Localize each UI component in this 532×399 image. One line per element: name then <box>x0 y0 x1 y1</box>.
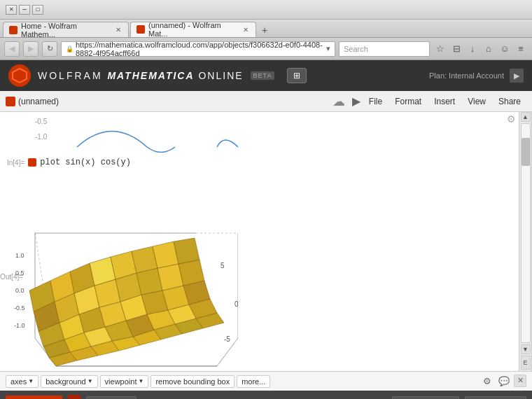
notebook-toolbar: (unnamed) ☁ ▶ File Format Insert View Sh… <box>0 91 532 112</box>
menu-icon[interactable]: ≡ <box>514 42 528 56</box>
background-button[interactable]: background ▼ <box>41 375 97 388</box>
viewpoint-button[interactable]: viewpoint ▼ <box>100 375 149 388</box>
notebook-menu: File Format Insert View Share <box>363 95 526 108</box>
menu-view[interactable]: View <box>462 95 491 108</box>
feedback-button[interactable]: 💬 Feedback <box>465 396 526 400</box>
grid-view-button[interactable]: ⊞ <box>287 68 307 83</box>
wolfram-logo <box>8 64 31 87</box>
svg-text:0: 0 <box>234 300 238 308</box>
settings-icon[interactable]: ⚙ <box>507 113 516 125</box>
home-icon[interactable]: ⌂ <box>482 42 496 56</box>
evaluate-dropdown-button[interactable]: ▼ <box>68 395 80 399</box>
tab-label-unnamed: (unnamed) - Wolfram Mat... <box>148 21 239 38</box>
more-button[interactable]: more... <box>237 375 270 388</box>
svg-text:0.5: 0.5 <box>15 270 24 276</box>
tab-close-home[interactable]: ✕ <box>114 26 122 34</box>
refresh-button[interactable]: ↻ <box>42 41 57 57</box>
forward-button[interactable]: ▶ <box>23 41 38 57</box>
search-placeholder: Search <box>344 45 368 53</box>
grid-icon: ⊞ <box>293 71 300 80</box>
tab-close-unnamed[interactable]: ✕ <box>242 25 250 34</box>
browser-titlebar: ✕ ─ □ <box>0 0 532 20</box>
app-title-suffix: ONLINE <box>195 70 244 81</box>
evaluate-button[interactable]: ▶ Evaluate <box>6 396 62 399</box>
refresh-icon: ↻ <box>47 44 53 53</box>
notebook-scrollbar: ▲ ▼ E <box>519 112 531 371</box>
scrollbar-thumb[interactable] <box>522 138 530 166</box>
svg-text:1.0: 1.0 <box>15 252 24 259</box>
star-icon[interactable]: ☆ <box>433 42 447 56</box>
app-footer: ▶ Evaluate ▼ ▣ Console 💬 Community 💬 Fee… <box>0 391 532 399</box>
community-button[interactable]: 💬 Community <box>392 396 459 400</box>
scrollbar-track[interactable] <box>521 123 531 343</box>
cell-in-label: In[4]= <box>7 159 24 167</box>
tab-favicon-unnamed <box>136 25 145 34</box>
beta-badge: BETA <box>251 71 275 80</box>
notebook-content: -0.5 -1.0 In[4]= plot sin(x) cos(y) Out[… <box>0 112 532 371</box>
more-label: more... <box>241 377 265 386</box>
plot-gear-icon[interactable]: ⚙ <box>480 374 494 388</box>
axes-arrow: ▼ <box>28 378 34 384</box>
browser-toolbar-right: ☆ ⊟ ↓ ⌂ ☺ ≡ <box>433 42 528 56</box>
svg-text:0.0: 0.0 <box>15 287 24 294</box>
run-icon[interactable]: ▶ <box>352 94 360 108</box>
window-minimize-btn[interactable]: ─ <box>19 5 30 15</box>
cloud-save-icon[interactable]: ☁ <box>332 94 345 109</box>
url-text: https://mathematica.wolframcloud.com/app… <box>76 41 323 57</box>
menu-insert[interactable]: Insert <box>428 95 461 108</box>
svg-text:-5: -5 <box>224 335 230 343</box>
svg-text:5: 5 <box>220 262 225 270</box>
background-label: background <box>46 377 86 386</box>
window-close-btn[interactable]: ✕ <box>6 5 17 15</box>
plot-toolbar-right: ⚙ 💬 ✕ <box>480 374 526 388</box>
notebook-main: -0.5 -1.0 In[4]= plot sin(x) cos(y) Out[… <box>0 112 532 391</box>
app-header: WOLFRAM MATHEMATICA ONLINE BETA ⊞ Plan: … <box>0 60 532 91</box>
scroll-up-btn[interactable]: ▲ <box>521 112 531 122</box>
collapse-button[interactable]: ▶ <box>510 69 524 83</box>
plot-toolbar: axes ▼ background ▼ viewpoint ▼ remove b… <box>0 371 532 391</box>
menu-format[interactable]: Format <box>389 95 427 108</box>
axes-button[interactable]: axes ▼ <box>6 375 38 388</box>
back-button[interactable]: ◀ <box>4 41 20 57</box>
cell-code[interactable]: plot sin(x) cos(y) <box>40 158 131 167</box>
plot3d-svg: -5 0 5 -5 0 5 1.0 0.5 0.0 -0.5 -1.0 <box>14 174 238 371</box>
bookmark-icon[interactable]: ⊟ <box>449 42 463 56</box>
remove-bounding-box-label: remove bounding box <box>155 377 230 386</box>
cell-input: In[4]= plot sin(x) cos(y) <box>7 158 131 167</box>
wolfram-logo-svg <box>11 67 28 84</box>
menu-share[interactable]: Share <box>493 95 526 108</box>
plot-toolbar-close[interactable]: ✕ <box>514 374 526 387</box>
scroll-down-btn[interactable]: ▼ <box>521 344 531 354</box>
remove-bounding-box-button[interactable]: remove bounding box <box>150 375 234 388</box>
app-header-right: Plan: Internal Account ▶ <box>429 69 524 83</box>
tab-favicon-home <box>9 26 18 34</box>
cell-bracket <box>28 158 36 167</box>
svg-text:-0.5: -0.5 <box>14 304 25 312</box>
window-controls: ✕ ─ □ <box>6 5 43 15</box>
tab-home[interactable]: Home - Wolfram Mathem... ✕ <box>3 22 129 37</box>
svg-text:-5: -5 <box>55 370 61 371</box>
window-maximize-btn[interactable]: □ <box>32 5 43 15</box>
search-bar[interactable]: Search <box>339 41 430 57</box>
background-arrow: ▼ <box>88 378 93 384</box>
url-bar[interactable]: 🔒 https://mathematica.wolframcloud.com/a… <box>61 41 335 57</box>
tab-unnamed[interactable]: (unnamed) - Wolfram Mat... ✕ <box>130 22 256 37</box>
svg-marker-50 <box>174 238 200 264</box>
svg-text:-1.0: -1.0 <box>14 322 25 329</box>
user-icon[interactable]: ☺ <box>498 42 512 56</box>
tab-label-home: Home - Wolfram Mathem... <box>21 22 111 38</box>
menu-file[interactable]: File <box>363 95 388 108</box>
y-axis-label-top: -0.5 <box>35 118 47 125</box>
svg-text:5: 5 <box>196 370 200 371</box>
console-button[interactable]: ▣ Console <box>86 396 136 400</box>
new-tab-button[interactable]: + <box>258 23 272 37</box>
download-icon[interactable]: ↓ <box>465 42 479 56</box>
app-title-prefix: WOLFRAM <box>38 70 107 81</box>
preview-curve-svg <box>56 112 519 153</box>
collapse-icon: ▶ <box>514 71 519 80</box>
viewpoint-label: viewpoint <box>105 377 137 386</box>
plot3d-container[interactable]: -5 0 5 -5 0 5 1.0 0.5 0.0 -0.5 -1.0 <box>14 174 238 371</box>
plot-chat-icon[interactable]: 💬 <box>497 374 511 388</box>
axes-label: axes <box>10 377 27 386</box>
url-refresh-icon[interactable]: ▾ <box>326 44 330 53</box>
